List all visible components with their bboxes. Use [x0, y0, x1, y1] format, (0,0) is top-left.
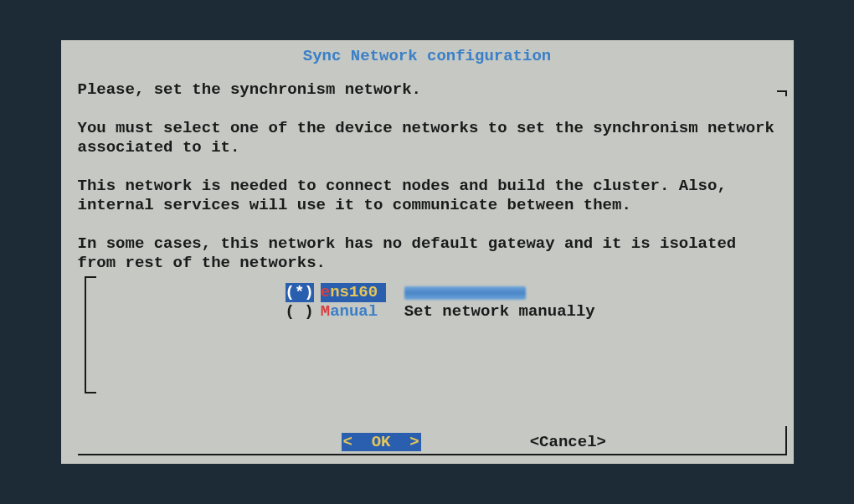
- cancel-button[interactable]: <Cancel>: [530, 433, 606, 451]
- radio-label: ens160: [321, 283, 386, 302]
- dialog-title: Sync Network configuration: [61, 40, 794, 70]
- radio-option-manual[interactable]: ( ) Manual Set network manually: [286, 302, 779, 321]
- option-description: Set network manually: [404, 302, 595, 321]
- paragraph: This network is needed to connect nodes …: [78, 177, 777, 215]
- paragraph: Please, set the synchronism network.: [78, 80, 777, 100]
- network-address-redacted: [404, 286, 526, 300]
- dialog-window: Sync Network configuration Please, set t…: [61, 40, 794, 464]
- paragraph: In some cases, this network has no defau…: [78, 234, 777, 273]
- paragraph: You must select one of the device networ…: [78, 119, 777, 157]
- radio-options-box: (*) ens160 ( ) Manual Set network manual…: [85, 276, 779, 393]
- radio-option-ens160[interactable]: (*) ens160: [286, 283, 779, 302]
- border-decoration: [785, 90, 787, 96]
- dialog-body: Please, set the synchronism network. You…: [61, 70, 794, 273]
- ok-button[interactable]: < OK >: [342, 433, 421, 451]
- radio-indicator: ( ): [286, 302, 314, 321]
- border-decoration: [78, 454, 787, 455]
- radio-indicator: (*): [286, 283, 314, 302]
- radio-label: Manual: [321, 302, 386, 321]
- button-bar: < OK > <Cancel>: [61, 433, 794, 451]
